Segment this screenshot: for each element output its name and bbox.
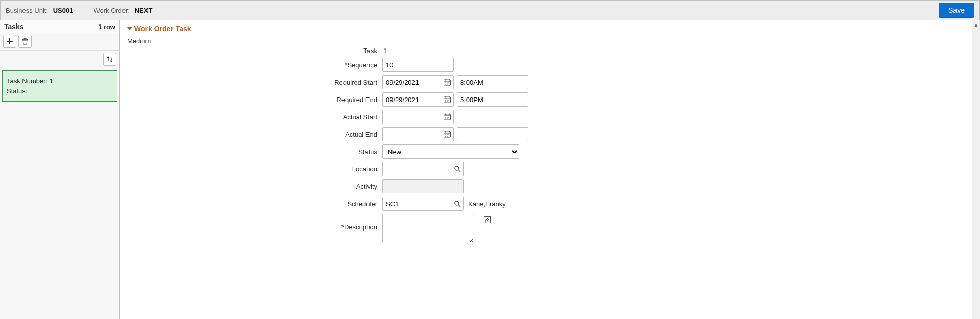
required-end-label: Required End — [301, 96, 382, 104]
collapse-icon — [127, 27, 132, 30]
svg-point-15 — [448, 117, 449, 118]
task-number-label: Task Number: — [7, 77, 47, 85]
delete-task-button[interactable] — [18, 35, 32, 48]
save-button[interactable]: Save — [939, 3, 974, 18]
content-area: Work Order Task Medium Task 1 *Sequence … — [120, 20, 980, 319]
svg-point-7 — [445, 100, 446, 101]
required-start-label: Required Start — [301, 79, 382, 86]
task-status-label: Status: — [7, 87, 27, 95]
sort-button[interactable] — [103, 53, 116, 66]
svg-point-13 — [445, 117, 446, 118]
task-label: Task — [301, 47, 382, 55]
calendar-icon[interactable] — [443, 95, 452, 104]
svg-point-24 — [455, 166, 459, 170]
svg-point-10 — [445, 101, 446, 102]
actual-end-time-input[interactable] — [457, 127, 528, 141]
business-unit-field: Business Unit: US001 — [6, 7, 73, 14]
required-end-time-input[interactable] — [457, 92, 528, 107]
work-order-value: NEXT — [135, 7, 153, 14]
scheduler-name: Kane,Franky — [468, 200, 506, 208]
activity-input — [382, 179, 464, 193]
svg-point-3 — [448, 82, 449, 83]
svg-point-2 — [447, 82, 448, 83]
description-label: *Description — [301, 214, 382, 231]
vertical-scrollbar[interactable]: ▲ — [972, 20, 980, 319]
calendar-icon[interactable] — [443, 130, 452, 139]
svg-point-25 — [455, 201, 459, 205]
sidebar-toolbar — [0, 33, 119, 51]
actual-start-time-input[interactable] — [457, 110, 528, 124]
page-header: Business Unit: US001 Work Order: NEXT Sa… — [0, 0, 980, 20]
header-left: Business Unit: US001 Work Order: NEXT — [6, 7, 152, 14]
svg-point-17 — [447, 118, 448, 119]
section-title: Work Order Task — [134, 24, 191, 33]
svg-rect-26 — [484, 217, 491, 223]
svg-point-4 — [445, 84, 446, 85]
sidebar-header: Tasks 1 row — [0, 20, 119, 33]
sequence-label: *Sequence — [301, 61, 382, 69]
svg-point-21 — [448, 134, 449, 135]
sort-icon — [106, 56, 113, 63]
plus-icon — [6, 38, 13, 45]
task-number-value: 1 — [50, 77, 53, 85]
search-icon[interactable] — [453, 200, 461, 208]
svg-point-9 — [448, 100, 449, 101]
work-order-label: Work Order: — [93, 7, 130, 14]
trash-icon — [21, 38, 29, 45]
section-header[interactable]: Work Order Task — [127, 24, 973, 35]
scroll-up-icon: ▲ — [972, 20, 980, 29]
search-icon[interactable] — [453, 165, 461, 173]
required-start-time-input[interactable] — [457, 75, 528, 89]
calendar-icon[interactable] — [443, 78, 452, 87]
svg-point-5 — [447, 84, 448, 85]
actual-end-label: Actual End — [301, 131, 382, 138]
svg-point-20 — [447, 134, 448, 135]
business-unit-value: US001 — [53, 7, 74, 14]
task-value: 1 — [382, 47, 387, 55]
sidebar-row-count: 1 row — [98, 23, 115, 31]
svg-point-16 — [445, 118, 446, 119]
sequence-input[interactable] — [382, 58, 454, 72]
edit-icon — [483, 216, 492, 224]
sidebar-title: Tasks — [4, 22, 24, 31]
actual-start-label: Actual Start — [301, 113, 382, 121]
priority-text: Medium — [127, 37, 973, 45]
svg-point-11 — [447, 101, 448, 102]
svg-point-14 — [447, 117, 448, 118]
scheduler-input[interactable] — [382, 197, 464, 211]
expand-description-button[interactable] — [483, 216, 492, 224]
task-card[interactable]: Task Number: 1 Status: — [2, 70, 117, 102]
svg-point-23 — [447, 136, 448, 137]
svg-point-19 — [445, 134, 446, 135]
activity-label: Activity — [301, 183, 382, 190]
work-order-field: Work Order: NEXT — [93, 7, 152, 14]
tasks-sidebar: Tasks 1 row Task Number: 1 Status: — [0, 20, 120, 319]
status-label: Status — [301, 148, 382, 156]
location-input[interactable] — [382, 162, 464, 176]
calendar-icon[interactable] — [443, 112, 452, 121]
svg-point-22 — [445, 136, 446, 137]
scheduler-label: Scheduler — [301, 200, 382, 208]
svg-point-1 — [445, 82, 446, 83]
form-table: Task 1 *Sequence Required Start — [127, 47, 973, 243]
main-body: Tasks 1 row Task Number: 1 Status: — [0, 20, 980, 319]
task-card-line1: Task Number: 1 — [7, 76, 113, 86]
task-card-line2: Status: — [7, 86, 113, 96]
svg-point-8 — [447, 100, 448, 101]
location-label: Location — [301, 165, 382, 173]
description-textarea[interactable] — [382, 214, 474, 243]
sidebar-sort-row — [0, 51, 119, 68]
status-select[interactable]: New — [382, 144, 519, 159]
business-unit-label: Business Unit: — [6, 7, 48, 14]
add-task-button[interactable] — [3, 35, 16, 48]
